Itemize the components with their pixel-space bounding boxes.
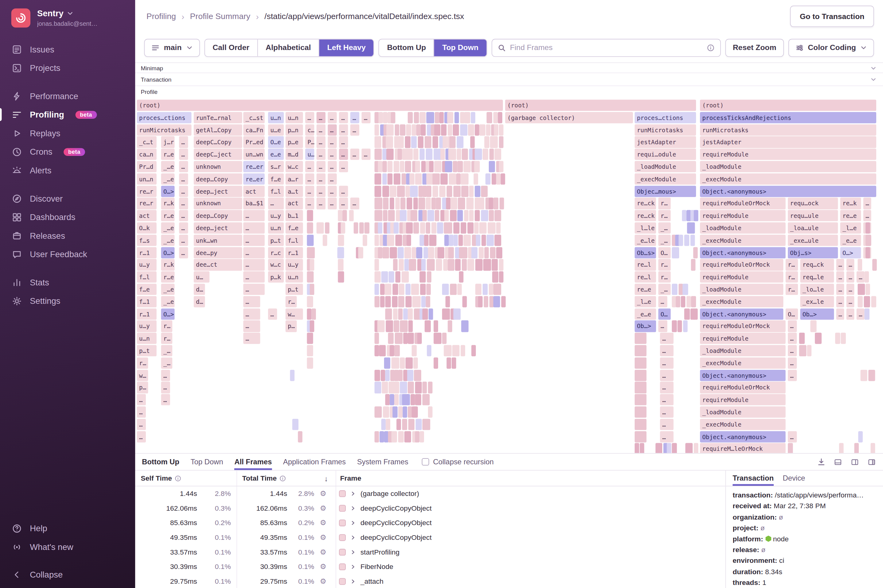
flame-frame-small[interactable] bbox=[461, 259, 467, 270]
flame-frame[interactable]: runMicrotasks bbox=[137, 124, 192, 136]
flame-frame[interactable]: O… bbox=[786, 308, 798, 320]
flame-frame[interactable]: d… bbox=[194, 284, 205, 295]
flame-frame-small[interactable] bbox=[375, 210, 382, 221]
flame-frame[interactable]: re…ck bbox=[635, 198, 656, 209]
flame-frame[interactable]: … bbox=[339, 198, 348, 209]
flame-frame[interactable]: … bbox=[327, 198, 336, 209]
flame-frame-small[interactable] bbox=[439, 186, 446, 197]
flame-frame[interactable]: _execModule bbox=[700, 418, 786, 430]
flame-frame-small[interactable] bbox=[388, 333, 394, 344]
expand-chevron-icon[interactable] bbox=[350, 506, 356, 511]
flame-frame[interactable]: f…l bbox=[285, 234, 303, 246]
flame-frame[interactable]: re…er bbox=[243, 161, 265, 172]
flame-frame-small[interactable] bbox=[407, 369, 413, 381]
flame-frame-small[interactable] bbox=[442, 333, 447, 344]
flame-frame-small[interactable] bbox=[464, 210, 469, 221]
flame-frame[interactable]: processTicksAndRejections bbox=[700, 112, 876, 123]
flame-frame-small[interactable] bbox=[488, 198, 493, 209]
flame-frame[interactable]: Object.<anonymous> bbox=[700, 369, 786, 381]
flame-frame-small[interactable] bbox=[386, 418, 390, 430]
flame-frame-small[interactable] bbox=[375, 186, 381, 197]
flame-frame-small[interactable] bbox=[484, 136, 490, 148]
flame-frame[interactable]: … bbox=[362, 149, 371, 160]
flame-frame-small[interactable] bbox=[391, 431, 397, 442]
flame-frame-small[interactable] bbox=[487, 112, 492, 123]
flame-frame-small[interactable] bbox=[426, 112, 434, 123]
flame-frame[interactable]: r…1 bbox=[137, 247, 156, 258]
flame-frame-small[interactable] bbox=[872, 259, 877, 270]
flame-frame[interactable]: f…l bbox=[268, 186, 284, 197]
flame-frame[interactable]: _…e bbox=[161, 234, 175, 246]
flame-frame-small[interactable] bbox=[293, 418, 299, 430]
flame-frame[interactable]: m…d bbox=[285, 149, 303, 160]
sort-alphabetical-button[interactable]: Alphabetical bbox=[257, 39, 319, 56]
chevron-down-icon[interactable] bbox=[871, 65, 876, 70]
tab-transaction[interactable]: Transaction bbox=[733, 471, 774, 486]
flame-frame-small[interactable] bbox=[459, 271, 464, 283]
flame-frame[interactable]: un…n bbox=[137, 173, 156, 185]
flame-frame-small[interactable] bbox=[865, 234, 871, 246]
flame-frame-small[interactable] bbox=[472, 234, 476, 246]
flame-frame-small[interactable] bbox=[481, 210, 488, 221]
flame-frame-small[interactable] bbox=[408, 320, 413, 332]
flame-frame-small[interactable] bbox=[871, 443, 875, 453]
table-row[interactable]: 162.06ms0.3%162.06ms0.3%⚙deepCyclicCopyO… bbox=[135, 501, 725, 516]
flame-frame-small[interactable] bbox=[403, 406, 407, 418]
flame-frame-small[interactable] bbox=[406, 222, 413, 234]
flame-frame[interactable]: … bbox=[243, 271, 265, 283]
flame-frame-small[interactable] bbox=[290, 369, 294, 381]
flame-frame-small[interactable] bbox=[405, 284, 410, 295]
flame-frame-small[interactable] bbox=[393, 259, 398, 270]
flame-frame[interactable]: … bbox=[660, 369, 674, 381]
flame-frame-small[interactable] bbox=[378, 112, 383, 123]
flame-frame[interactable]: _execModule bbox=[635, 173, 696, 185]
flame-frame[interactable]: Ob…s> bbox=[635, 247, 656, 258]
flame-frame-small[interactable] bbox=[420, 234, 424, 246]
flame-frame-small[interactable] bbox=[375, 259, 379, 270]
flame-frame[interactable]: … bbox=[660, 431, 674, 442]
flame-frame[interactable]: p… bbox=[137, 382, 148, 393]
flame-frame[interactable]: req…ck bbox=[800, 259, 834, 270]
flame-frame[interactable]: u…n bbox=[285, 112, 303, 123]
flame-frame-small[interactable] bbox=[474, 173, 478, 185]
flame-frame-small[interactable] bbox=[635, 345, 647, 356]
flame-frame-small[interactable] bbox=[815, 333, 822, 344]
flame-frame[interactable]: p…t bbox=[137, 345, 156, 356]
flame-frame-small[interactable] bbox=[392, 357, 399, 369]
flame-frame-small[interactable] bbox=[400, 320, 408, 332]
thread-selector[interactable]: main bbox=[144, 39, 200, 57]
flame-frame[interactable]: Ob…> bbox=[635, 320, 656, 332]
flame-frame-small[interactable] bbox=[684, 308, 689, 320]
tab-top-down[interactable]: Top Down bbox=[191, 454, 223, 470]
flame-frame-small[interactable] bbox=[420, 284, 426, 295]
flame-frame-small[interactable] bbox=[428, 247, 434, 258]
flame-frame[interactable]: _loadModule bbox=[700, 222, 786, 234]
flame-frame-small[interactable] bbox=[417, 333, 422, 344]
flame-frame-small[interactable] bbox=[390, 186, 396, 197]
flame-frame-small[interactable] bbox=[338, 234, 344, 246]
flame-frame-small[interactable] bbox=[421, 161, 426, 172]
flame-frame[interactable]: … bbox=[317, 124, 326, 136]
flame-frame-small[interactable] bbox=[389, 271, 395, 283]
flame-frame[interactable]: f…e bbox=[137, 284, 156, 295]
flame-frame-small[interactable] bbox=[835, 333, 840, 344]
flame-frame-small[interactable] bbox=[474, 161, 480, 172]
flame-frame-small[interactable] bbox=[462, 149, 468, 160]
flame-frame[interactable]: p…t bbox=[285, 284, 303, 295]
flame-frame[interactable]: … bbox=[350, 112, 359, 123]
color-coding-button[interactable]: Color Coding bbox=[788, 39, 874, 57]
flame-frame-small[interactable] bbox=[475, 149, 482, 160]
flame-frame[interactable]: … bbox=[350, 198, 359, 209]
flame-frame[interactable]: … bbox=[788, 320, 797, 332]
flame-frame-small[interactable] bbox=[349, 210, 354, 221]
flame-frame-small[interactable] bbox=[435, 210, 440, 221]
flame-frame[interactable]: … bbox=[339, 149, 348, 160]
flame-frame[interactable]: a…r bbox=[285, 173, 303, 185]
flame-frame-small[interactable] bbox=[421, 259, 426, 270]
flame-frame[interactable]: … bbox=[327, 186, 336, 197]
transaction-section-header[interactable]: Transaction bbox=[135, 73, 883, 86]
flame-frame-small[interactable] bbox=[375, 345, 379, 356]
flame-frame-small[interactable] bbox=[387, 161, 393, 172]
flame-frame[interactable]: r… bbox=[161, 333, 173, 344]
flame-frame-small[interactable] bbox=[483, 284, 488, 295]
